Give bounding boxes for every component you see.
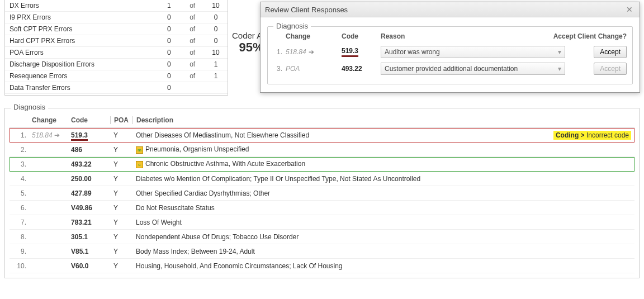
error-of (181, 82, 204, 94)
diagnosis-row[interactable]: 1.518.84 ➔519.3YOther Diseases Of Medias… (10, 128, 634, 143)
chevron-down-icon: ▾ (558, 65, 561, 73)
error-total: 0 (204, 12, 228, 23)
diag-row-index: 10. (10, 262, 32, 270)
diag-col-change: Change (32, 116, 71, 124)
diag-row-poa: Y (110, 189, 132, 197)
diag-row-index: 6. (10, 204, 32, 212)
dialog-row-reason: Auditor was wrong▾ (381, 46, 582, 58)
diag-row-index: 4. (10, 175, 32, 183)
error-label: Soft CPT PRX Errors (5, 23, 157, 35)
dialog-row-index: 1. (273, 48, 286, 56)
error-count: 0 (157, 59, 181, 70)
dialog-titlebar[interactable]: Review Client Responses ✕ (261, 2, 640, 17)
diag-row-code: 427.89 (71, 189, 110, 197)
error-total: 10 (204, 0, 228, 12)
error-row: Hard CPT PRX Errors0of0 (5, 35, 228, 47)
accept-button[interactable]: Accept (594, 46, 627, 58)
dialog-header-row: Change Code Reason Accept Client Change? (273, 32, 627, 44)
error-total (204, 82, 228, 94)
dialog-row-index: 3. (273, 65, 286, 73)
diag-row-index: 1. (10, 131, 32, 139)
reason-dropdown[interactable]: Auditor was wrong▾ (381, 46, 565, 58)
diagnosis-row[interactable]: 6.V49.86YDo Not Resuscitate Status (10, 201, 634, 215)
error-total: 1 (204, 59, 228, 70)
error-row: POA Errors0of10 (5, 47, 228, 59)
diag-col-poa: POA (110, 116, 132, 124)
error-count: 0 (157, 70, 181, 82)
diagnosis-row[interactable]: 10.V60.0YHousing, Household, And Economi… (10, 259, 634, 273)
diagnosis-row[interactable]: 7.783.21YLoss Of Weight (10, 215, 634, 230)
error-count: 0 (157, 23, 181, 35)
diagnosis-row[interactable]: 2.486YmPneumonia, Organism Unspecified (10, 143, 634, 157)
diagnosis-row[interactable]: 5.427.89YOther Specified Cardiac Dysrhyt… (10, 186, 634, 201)
diag-row-poa: Y (110, 160, 132, 168)
dialog-fieldset-legend: Diagnosis (273, 22, 311, 30)
error-of: of (181, 70, 204, 82)
error-count: 0 (157, 82, 181, 94)
diag-row-poa: Y (110, 219, 132, 226)
dialog-row-accept: Accept (582, 46, 627, 58)
dialog-title-text: Review Client Responses (265, 6, 348, 14)
diag-row-desc: Diabetes w/o Mention Of Complication; Ty… (132, 175, 634, 183)
dialog-diagnosis-fieldset: Diagnosis Change Code Reason Accept Clie… (267, 26, 633, 84)
diag-row-desc: Other Specified Cardiac Dysrhythmias; Ot… (132, 189, 634, 197)
arrow-icon: ➔ (54, 131, 60, 139)
diag-row-change: 518.84 ➔ (32, 131, 71, 139)
diag-row-code: 519.3 (71, 131, 110, 139)
dialog-col-accept: Accept Client Change? (537, 32, 627, 40)
dialog-row-accept: Accept (582, 63, 627, 75)
diagnosis-header-row: Change Code POA Description (10, 116, 634, 128)
coding-badge: Coding > Incorrect code (553, 131, 631, 140)
dialog-col-reason: Reason (381, 32, 537, 40)
error-label: Discharge Disposition Errors (5, 59, 157, 70)
diag-row-index: 5. (10, 189, 32, 197)
diag-row-poa: Y (110, 175, 132, 183)
reason-dropdown[interactable]: Customer provided additional documentati… (381, 63, 565, 75)
error-row: DX Errors1of10 (5, 0, 228, 12)
review-client-responses-dialog: Review Client Responses ✕ Diagnosis Chan… (260, 2, 640, 93)
error-row: I9 PRX Errors0of0 (5, 12, 228, 23)
diag-row-code: 486 (71, 146, 110, 154)
error-label: DX Errors (5, 0, 157, 12)
dialog-row: 3.POA 493.22Customer provided additional… (273, 60, 627, 77)
diag-row-poa: Y (110, 262, 132, 270)
arrow-icon: ➔ (309, 48, 314, 56)
diag-row-desc: Nondependent Abuse Of Drugs; Tobacco Use… (132, 233, 634, 241)
diagnosis-row[interactable]: 4.250.00YDiabetes w/o Mention Of Complic… (10, 172, 634, 186)
dialog-row-reason: Customer provided additional documentati… (381, 63, 582, 75)
diag-row-poa: Y (110, 248, 132, 255)
diag-row-code: V49.86 (71, 204, 110, 212)
diag-row-index: 9. (10, 248, 32, 255)
diag-row-desc: Do Not Resuscitate Status (132, 204, 634, 212)
error-row: Soft CPT PRX Errors0of0 (5, 23, 228, 35)
diag-row-code: V85.1 (71, 248, 110, 255)
dialog-row-change: 518.84 ➔ (286, 48, 342, 56)
error-total: 0 (204, 23, 228, 35)
error-label: Data Transfer Errors (5, 82, 157, 94)
diag-col-code: Code (71, 116, 110, 124)
diagnosis-row[interactable]: 3.493.22YcChronic Obstructive Asthma, Wi… (10, 157, 634, 172)
diag-col-desc: Description (132, 116, 634, 124)
diag-row-code: 250.00 (71, 175, 110, 183)
diagnosis-row[interactable]: 9.V85.1YBody Mass Index; Between 19-24, … (10, 244, 634, 259)
dialog-col-change: Change (286, 32, 342, 40)
close-icon[interactable]: ✕ (624, 5, 635, 14)
diag-row-code: 305.1 (71, 233, 110, 241)
diag-row-index: 8. (10, 233, 32, 241)
diag-row-desc: Body Mass Index; Between 19-24, Adult (132, 248, 634, 255)
error-count: 0 (157, 47, 181, 59)
diagnosis-row[interactable]: 8.305.1YNondependent Abuse Of Drugs; Tob… (10, 230, 634, 244)
error-of: of (181, 0, 204, 12)
dialog-row-code: 493.22 (342, 65, 381, 73)
error-count: 0 (157, 12, 181, 23)
diag-row-desc: cChronic Obstructive Asthma, With Acute … (132, 160, 634, 168)
diag-row-index: 2. (10, 146, 32, 154)
diag-row-code: 493.22 (71, 160, 110, 168)
dialog-col-code: Code (342, 32, 381, 40)
diag-row-desc: Loss Of Weight (132, 219, 634, 226)
diag-row-desc: mPneumonia, Organism Unspecified (132, 145, 634, 153)
diag-row-poa: Y (110, 146, 132, 154)
error-total: 0 (204, 35, 228, 47)
diag-row-desc: Housing, Household, And Economic Circums… (132, 262, 634, 270)
diag-row-code: V60.0 (71, 262, 110, 270)
